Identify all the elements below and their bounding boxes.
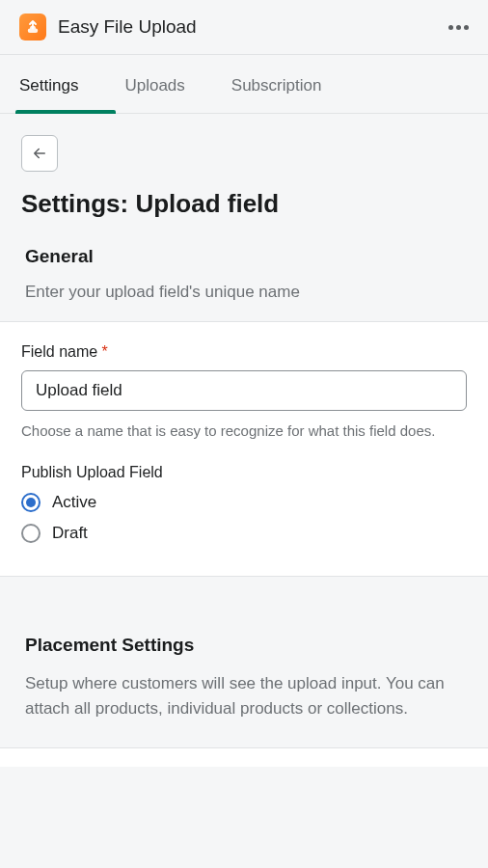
tab-uploads[interactable]: Uploads: [124, 55, 207, 113]
arrow-left-icon: [31, 145, 48, 162]
tab-settings[interactable]: Settings: [19, 55, 101, 113]
placement-card-top: [0, 747, 488, 767]
general-card: Field name * Choose a name that is easy …: [0, 321, 488, 577]
page-title: Settings: Upload field: [21, 189, 467, 219]
app-header: Easy File Upload: [0, 0, 488, 55]
field-name-label: Field name *: [21, 343, 467, 361]
radio-label-active: Active: [52, 493, 96, 512]
field-name-input[interactable]: [21, 370, 467, 411]
section-spacer: [21, 577, 467, 635]
header-left: Easy File Upload: [19, 14, 197, 41]
publish-option-draft[interactable]: Draft: [21, 524, 467, 543]
placement-title: Placement Settings: [25, 635, 463, 656]
general-section-title: General: [21, 246, 467, 267]
back-button[interactable]: [21, 135, 58, 172]
radio-icon: [21, 493, 41, 512]
publish-label: Publish Upload Field: [21, 464, 467, 481]
app-icon: [19, 14, 46, 41]
main-content: Settings: Upload field General Enter you…: [0, 114, 488, 788]
placement-description: Setup where customers will see the uploa…: [25, 671, 463, 720]
required-indicator: *: [102, 343, 108, 360]
field-name-help-text: Choose a name that is easy to recognize …: [21, 420, 467, 441]
radio-label-draft: Draft: [52, 524, 88, 543]
app-title: Easy File Upload: [58, 16, 197, 38]
publish-option-active[interactable]: Active: [21, 493, 467, 512]
more-menu-icon[interactable]: [448, 25, 469, 30]
general-section-description: Enter your upload field's unique name: [21, 283, 467, 302]
placement-section: Placement Settings Setup where customers…: [21, 635, 467, 720]
field-name-label-text: Field name: [21, 343, 97, 360]
tab-subscription[interactable]: Subscription: [231, 55, 345, 113]
tabs-bar: Settings Uploads Subscription: [0, 55, 488, 114]
radio-icon: [21, 524, 41, 543]
cloud-upload-icon: [24, 18, 41, 36]
